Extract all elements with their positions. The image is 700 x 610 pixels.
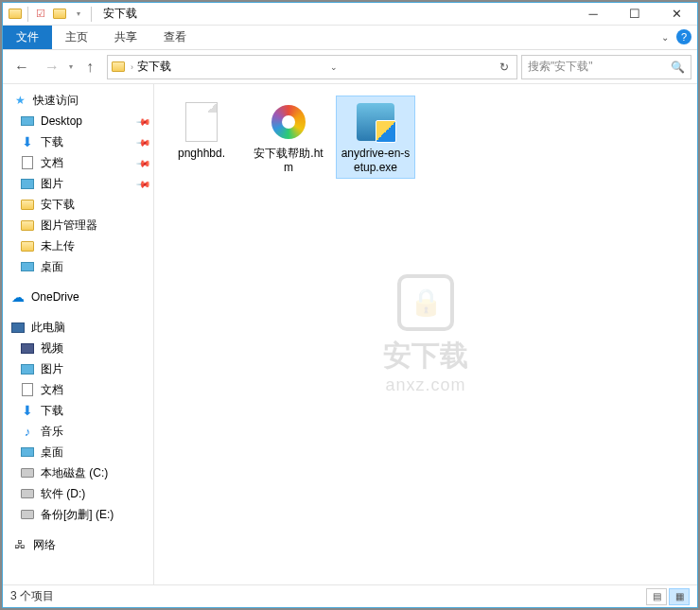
sidebar-this-pc[interactable]: 此电脑	[3, 317, 153, 338]
sidebar: ⌄ ★ 快速访问 Desktop📌 ⬇下载📌 文档📌 图片📌 安下载 图片管理器…	[3, 84, 154, 584]
folder-icon	[20, 197, 35, 212]
sidebar-item-documents2[interactable]: 文档	[3, 379, 153, 400]
qat: ☑ ▾	[3, 6, 97, 23]
sidebar-item-drive-d[interactable]: 软件 (D:)	[3, 483, 153, 504]
file-name: 安下载帮助.htm	[253, 147, 324, 175]
pin-icon: 📌	[136, 155, 151, 170]
tab-file[interactable]: 文件	[3, 26, 52, 49]
close-button[interactable]: ✕	[656, 3, 697, 26]
pin-icon: 📌	[136, 176, 151, 191]
chevron-right-icon[interactable]: ›	[3, 540, 7, 549]
titlebar: ☑ ▾ 安下载 ─ ☐ ✕	[3, 3, 697, 26]
folder-icon	[20, 238, 35, 253]
desktop-icon	[20, 444, 35, 460]
sidebar-item-unpublished[interactable]: 未上传	[3, 235, 153, 256]
new-folder-icon[interactable]	[51, 6, 68, 23]
tab-home[interactable]: 主页	[52, 26, 101, 49]
picture-icon	[20, 176, 35, 191]
pc-icon	[10, 320, 26, 335]
history-dropdown-icon[interactable]: ▾	[69, 62, 73, 71]
view-details-button[interactable]: ▤	[646, 588, 667, 605]
onedrive-icon: ☁	[10, 289, 26, 305]
properties-icon[interactable]: ☑	[32, 6, 49, 23]
ribbon-collapse-icon[interactable]: ⌄	[661, 32, 669, 43]
picture-icon	[20, 361, 35, 376]
pin-icon: 📌	[136, 134, 151, 149]
back-button[interactable]: ←	[9, 54, 35, 80]
desktop-icon	[20, 113, 35, 129]
file-list[interactable]: pnghhbd. 安下载帮助.htm anydrive-en-setup.exe…	[154, 84, 697, 584]
sidebar-item-drive-c[interactable]: 本地磁盘 (C:)	[3, 462, 153, 483]
sidebar-item-music[interactable]: ♪音乐	[3, 421, 153, 442]
sidebar-network[interactable]: › 🖧 网络	[3, 534, 153, 555]
search-icon: 🔍	[671, 61, 685, 74]
sidebar-item-desktop[interactable]: Desktop📌	[3, 111, 153, 131]
exe-icon	[353, 99, 398, 145]
folder-icon	[112, 61, 125, 72]
status-text: 3 个项目	[10, 588, 54, 604]
tab-share[interactable]: 共享	[101, 26, 150, 49]
tab-view[interactable]: 查看	[150, 26, 200, 49]
document-icon	[20, 382, 35, 397]
sidebar-item-drive-e[interactable]: 备份[勿删] (E:)	[3, 504, 153, 525]
drive-icon	[20, 507, 35, 522]
addressbar: ← → ▾ ↑ › 安下载 ⌄ ↻ 搜索"安下载" 🔍	[3, 50, 697, 84]
download-icon: ⬇	[20, 403, 35, 418]
drive-icon	[20, 465, 35, 480]
watermark: 🔒 安下载 anxz.com	[383, 274, 468, 395]
file-item[interactable]: 安下载帮助.htm	[249, 96, 328, 179]
separator	[91, 7, 92, 22]
chevron-right-icon[interactable]: ›	[131, 62, 133, 72]
view-icons-button[interactable]: ▦	[669, 588, 690, 605]
star-icon: ★	[12, 93, 27, 108]
qat-dropdown-icon[interactable]: ▾	[70, 6, 87, 23]
breadcrumb-segment[interactable]: 安下载	[137, 59, 171, 75]
colorwheel-icon	[266, 99, 311, 145]
sidebar-quick-access[interactable]: ⌄ ★ 快速访问	[3, 90, 153, 111]
ribbon: 文件 主页 共享 查看 ⌄ ?	[3, 26, 697, 50]
video-icon	[20, 340, 35, 356]
help-icon[interactable]: ?	[676, 29, 691, 44]
up-button[interactable]: ↑	[77, 54, 103, 80]
desktop-icon	[20, 259, 35, 274]
music-icon: ♪	[20, 424, 35, 439]
sidebar-item-pictures[interactable]: 图片📌	[3, 173, 153, 194]
download-icon: ⬇	[20, 134, 35, 149]
document-icon	[20, 155, 35, 170]
file-icon	[179, 99, 224, 145]
folder-icon	[7, 6, 24, 23]
sidebar-item-desktop2[interactable]: 桌面	[3, 256, 153, 277]
statusbar: 3 个项目 ▤ ▦	[3, 584, 697, 607]
pin-icon: 📌	[136, 113, 151, 129]
sidebar-item-video[interactable]: 视频	[3, 338, 153, 358]
sidebar-item-anxz[interactable]: 安下载	[3, 194, 153, 215]
chevron-down-icon[interactable]: ⌄	[3, 96, 7, 105]
minimize-button[interactable]: ─	[572, 3, 614, 26]
sidebar-item-picmanager[interactable]: 图片管理器	[3, 215, 153, 235]
sidebar-onedrive[interactable]: ☁ OneDrive	[3, 287, 153, 307]
file-item[interactable]: anydrive-en-setup.exe	[336, 96, 415, 179]
folder-icon	[20, 218, 35, 233]
network-icon: 🖧	[12, 537, 27, 552]
explorer-window: ☑ ▾ 安下载 ─ ☐ ✕ 文件 主页 共享 查看 ⌄ ? ← → ▾ ↑ › …	[2, 2, 698, 608]
search-input[interactable]: 搜索"安下载" 🔍	[521, 55, 691, 79]
separator	[27, 7, 28, 22]
drive-icon	[20, 486, 35, 501]
maximize-button[interactable]: ☐	[614, 3, 656, 26]
sidebar-item-pictures2[interactable]: 图片	[3, 358, 153, 379]
sidebar-item-desktop3[interactable]: 桌面	[3, 442, 153, 462]
window-title: 安下载	[97, 6, 137, 22]
window-controls: ─ ☐ ✕	[572, 3, 697, 26]
dropdown-icon[interactable]: ⌄	[326, 62, 341, 72]
search-placeholder: 搜索"安下载"	[528, 59, 593, 75]
file-name: pnghhbd.	[178, 147, 225, 161]
breadcrumb[interactable]: › 安下载 ⌄ ↻	[107, 55, 517, 79]
sidebar-item-downloads2[interactable]: ⬇下载	[3, 400, 153, 421]
sidebar-item-documents[interactable]: 文档📌	[3, 152, 153, 173]
body: ⌄ ★ 快速访问 Desktop📌 ⬇下载📌 文档📌 图片📌 安下载 图片管理器…	[3, 84, 697, 584]
sidebar-item-downloads[interactable]: ⬇下载📌	[3, 131, 153, 152]
file-item[interactable]: pnghhbd.	[162, 96, 241, 165]
refresh-icon[interactable]: ↻	[496, 61, 513, 74]
file-name: anydrive-en-setup.exe	[340, 147, 411, 175]
forward-button[interactable]: →	[39, 54, 65, 80]
